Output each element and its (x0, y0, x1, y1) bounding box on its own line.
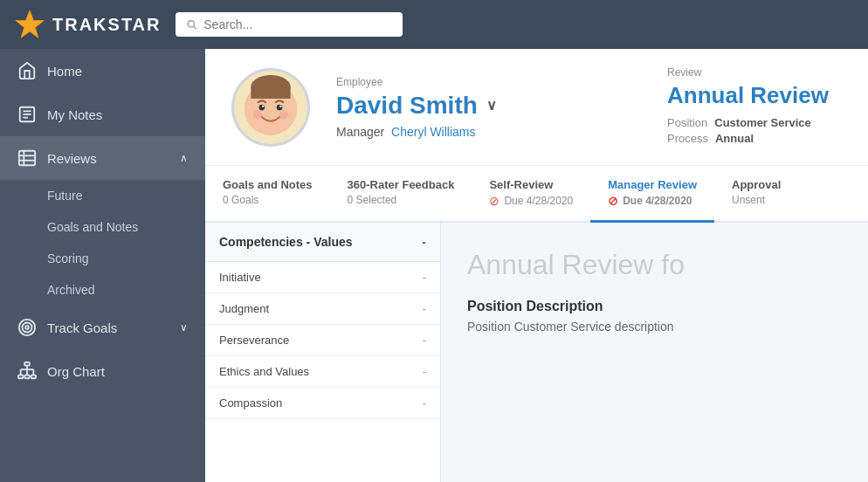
svg-rect-15 (18, 375, 24, 379)
tab-approval[interactable]: Approval Unsent (714, 166, 819, 223)
self-warning-icon: ⊘ (489, 194, 499, 208)
reviews-label: Reviews (47, 151, 97, 166)
tab-goals-and-notes[interactable]: Goals and Notes 0 Goals (205, 166, 330, 223)
employee-dropdown-icon[interactable]: ∨ (486, 97, 497, 114)
track-goals-label: Track Goals (47, 320, 117, 335)
svg-point-1 (188, 21, 194, 27)
svg-point-12 (23, 323, 32, 333)
search-icon (186, 18, 197, 31)
search-input[interactable] (203, 17, 391, 31)
top-nav: TRAKSTAR (0, 0, 868, 49)
svg-point-13 (25, 326, 29, 329)
tab-360-label: 360-Rater Feedback (348, 178, 455, 191)
employee-label: Employee (336, 76, 641, 88)
right-panel: Annual Review fo Position Description Po… (441, 223, 868, 482)
svg-rect-14 (24, 362, 30, 366)
tab-360-rater[interactable]: 360-Rater Feedback 0 Selected (330, 166, 472, 223)
employee-manager: Manager Cheryl Williams (336, 125, 641, 139)
manager-link[interactable]: Cheryl Williams (391, 125, 475, 139)
track-goals-chevron-icon: ∨ (180, 321, 188, 334)
tab-manager-label: Manager Review (608, 178, 697, 191)
employee-info: Employee David Smith ∨ Manager Cheryl Wi… (336, 76, 641, 139)
reviews-chevron-icon: ∧ (180, 152, 188, 164)
position-value: Customer Service (714, 116, 811, 129)
tab-self-label: Self-Review (489, 178, 573, 191)
competencies-header: Competencies - Values - (205, 223, 440, 262)
sidebar: Home My Notes Reviews ∧ Future Goals and… (0, 49, 205, 482)
comp-label-ethics: Ethics and Values (219, 365, 309, 378)
comp-value-perseverance: - (423, 334, 426, 347)
sidebar-item-org-chart[interactable]: Org Chart (0, 349, 205, 393)
notes-icon (17, 105, 37, 124)
avatar (231, 68, 310, 147)
comp-label-judgment: Judgment (219, 302, 269, 315)
sidebar-sub-item-future[interactable]: Future (47, 180, 205, 211)
employee-name: David Smith ∨ (336, 92, 641, 120)
svg-line-2 (193, 26, 196, 29)
tab-goals-sub: 0 Goals (223, 194, 313, 206)
my-notes-label: My Notes (47, 107, 102, 122)
comp-label-initiative: Initiative (219, 271, 261, 284)
competencies-collapse-icon[interactable]: - (422, 235, 426, 249)
sidebar-sub-item-archived[interactable]: Archived (47, 274, 205, 306)
tabs: Goals and Notes 0 Goals 360-Rater Feedba… (205, 166, 868, 223)
position-key: Position (667, 116, 707, 129)
logo-text: TRAKSTAR (52, 15, 162, 35)
search-bar[interactable] (176, 12, 403, 37)
sidebar-item-my-notes[interactable]: My Notes (0, 93, 205, 136)
tab-manager-review[interactable]: Manager Review ⊘ Due 4/28/2020 (590, 166, 714, 223)
sidebar-item-track-goals[interactable]: Track Goals ∨ (0, 306, 205, 349)
svg-point-29 (279, 105, 282, 107)
logo-star-icon (14, 9, 45, 40)
manager-warning-icon: ⊘ (608, 194, 618, 208)
comp-item-ethics[interactable]: Ethics and Values - (205, 356, 440, 388)
competencies-title: Competencies - Values (219, 235, 353, 249)
tab-self-sub: ⊘ Due 4/28/2020 (489, 194, 573, 208)
review-label: Review (667, 66, 842, 79)
sidebar-item-reviews[interactable]: Reviews ∧ (0, 136, 205, 180)
svg-point-31 (279, 110, 288, 119)
sidebar-sub-item-goals-and-notes[interactable]: Goals and Notes (47, 211, 205, 243)
comp-value-ethics: - (423, 365, 426, 378)
employee-header: Employee David Smith ∨ Manager Cheryl Wi… (205, 49, 868, 166)
svg-rect-17 (31, 375, 37, 379)
tab-goals-label: Goals and Notes (223, 178, 313, 191)
reviews-icon (17, 148, 37, 168)
comp-item-initiative[interactable]: Initiative - (205, 262, 440, 293)
competencies-panel: Competencies - Values - Initiative - Jud… (205, 223, 441, 482)
org-icon (17, 362, 37, 381)
content-area: Competencies - Values - Initiative - Jud… (205, 223, 868, 482)
org-chart-label: Org Chart (47, 364, 105, 379)
review-title: Annual Review (667, 82, 842, 109)
sidebar-item-home[interactable]: Home (0, 49, 205, 93)
svg-point-26 (259, 104, 265, 110)
tab-approval-label: Approval (732, 178, 802, 191)
comp-item-compassion[interactable]: Compassion - (205, 388, 440, 419)
svg-point-28 (262, 105, 265, 107)
comp-item-judgment[interactable]: Judgment - (205, 293, 440, 325)
svg-marker-0 (16, 10, 44, 38)
tab-manager-sub: ⊘ Due 4/28/2020 (608, 194, 697, 208)
tab-360-sub: 0 Selected (348, 194, 455, 206)
review-meta: Position Customer Service Process Annual (667, 116, 842, 145)
svg-rect-16 (24, 375, 30, 379)
sidebar-sub-reviews: Future Goals and Notes Scoring Archived (0, 180, 205, 306)
tab-approval-sub: Unsent (732, 194, 802, 206)
comp-item-perseverance[interactable]: Perseverance - (205, 325, 440, 356)
logo: TRAKSTAR (14, 9, 162, 40)
review-for-title: Annual Review fo (467, 249, 842, 281)
main-content: Employee David Smith ∨ Manager Cheryl Wi… (205, 49, 868, 482)
comp-value-judgment: - (423, 302, 426, 315)
comp-label-perseverance: Perseverance (219, 334, 289, 347)
sidebar-sub-item-scoring[interactable]: Scoring (47, 243, 205, 274)
position-description-text: Position Customer Service description (467, 320, 842, 334)
layout: Home My Notes Reviews ∧ Future Goals and… (0, 49, 868, 482)
svg-point-27 (277, 104, 283, 110)
avatar-image (234, 71, 307, 144)
comp-value-initiative: - (423, 271, 426, 284)
tab-self-review[interactable]: Self-Review ⊘ Due 4/28/2020 (472, 166, 590, 223)
process-key: Process (667, 132, 708, 145)
goals-icon (17, 318, 37, 337)
position-description-title: Position Description (467, 299, 842, 314)
process-value: Annual (715, 132, 754, 145)
